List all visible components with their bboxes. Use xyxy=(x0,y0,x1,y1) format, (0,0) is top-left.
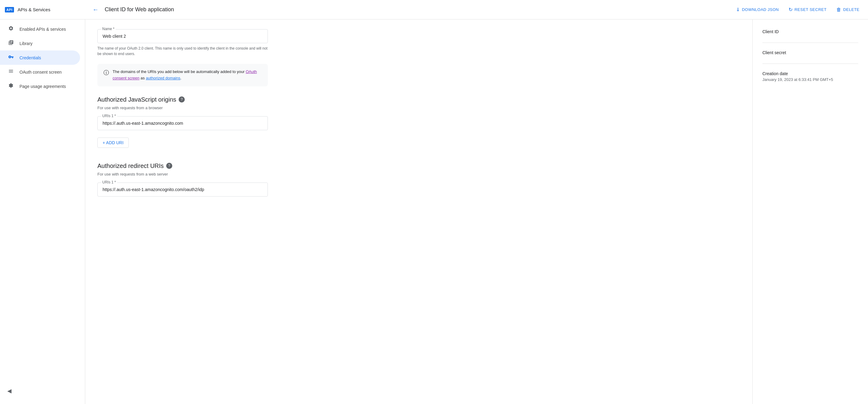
js-origins-title: Authorized JavaScript origins ? xyxy=(97,96,740,103)
client-id-label: Client ID xyxy=(763,29,858,34)
topbar-left: API APIs & Services xyxy=(5,7,90,12)
creation-date-value: January 19, 2023 at 6:33:41 PM GMT+5 xyxy=(763,77,858,82)
name-label: Name * xyxy=(101,27,116,31)
creation-date-row: Creation date January 19, 2023 at 6:33:4… xyxy=(763,71,858,89)
back-button[interactable]: ← xyxy=(90,4,101,15)
content-area: Name * The name of your OAuth 2.0 client… xyxy=(85,20,868,404)
main-content: Name * The name of your OAuth 2.0 client… xyxy=(85,20,752,404)
delete-label: DELETE xyxy=(843,7,860,12)
name-form-group: Name * The name of your OAuth 2.0 client… xyxy=(97,29,740,57)
redirect-uris-title: Authorized redirect URIs ? xyxy=(97,162,740,169)
page-usage-icon xyxy=(7,83,14,90)
download-json-button[interactable]: ⇓ DOWNLOAD JSON xyxy=(732,4,782,15)
sidebar: Enabled APIs & services Library Credenti… xyxy=(0,20,85,404)
creation-date-label: Creation date xyxy=(763,71,858,76)
client-id-row: Client ID xyxy=(763,29,858,43)
reset-secret-button[interactable]: ↻ RESET SECRET xyxy=(785,4,830,15)
delete-icon: 🗑 xyxy=(836,7,841,12)
info-text: The domains of the URIs you add below wi… xyxy=(113,69,262,82)
js-uri1-input[interactable] xyxy=(97,116,268,130)
sidebar-item-oauth-consent[interactable]: OAuth consent screen xyxy=(0,65,80,79)
sidebar-item-label: Credentials xyxy=(20,55,41,60)
download-icon: ⇓ xyxy=(736,7,740,12)
topbar: API APIs & Services ← Client ID for Web … xyxy=(0,0,868,20)
js-origins-help-icon[interactable]: ? xyxy=(179,96,185,102)
topbar-brand: APIs & Services xyxy=(18,7,51,12)
name-input[interactable] xyxy=(97,29,268,43)
redirect-uris-desc: For use with requests from a web server xyxy=(97,172,740,177)
redirect-uris-help-icon[interactable]: ? xyxy=(166,163,172,169)
api-logo-text: API xyxy=(5,7,14,12)
sidebar-item-label: Page usage agreements xyxy=(20,84,66,89)
credentials-icon xyxy=(7,54,14,61)
js-origins-section: Authorized JavaScript origins ? For use … xyxy=(97,96,740,148)
page-title: Client ID for Web application xyxy=(105,6,174,13)
client-secret-row: Client secret xyxy=(763,50,858,64)
enabled-apis-icon xyxy=(7,26,14,33)
api-logo: API xyxy=(5,7,14,12)
add-uri-label: + ADD URI xyxy=(102,140,124,145)
sidebar-item-library[interactable]: Library xyxy=(0,36,80,51)
info-text-part3: . xyxy=(181,76,182,80)
sidebar-item-enabled-apis[interactable]: Enabled APIs & services xyxy=(0,22,80,36)
redirect-uri1-wrap: URIs 1 * xyxy=(97,183,268,196)
delete-button[interactable]: 🗑 DELETE xyxy=(833,5,863,15)
collapse-sidebar-button[interactable]: ◀ xyxy=(0,384,19,398)
library-icon xyxy=(7,40,14,47)
info-text-part1: The domains of the URIs you add below wi… xyxy=(113,69,246,74)
info-box: ⓘ The domains of the URIs you add below … xyxy=(97,64,268,86)
sidebar-item-page-usage[interactable]: Page usage agreements xyxy=(0,79,80,93)
info-text-part2: as xyxy=(140,76,146,80)
right-panel: Client ID Client secret Creation date Ja… xyxy=(752,20,868,404)
js-origins-desc: For use with requests from a browser xyxy=(97,105,740,110)
main-layout: Enabled APIs & services Library Credenti… xyxy=(0,20,868,404)
redirect-uri1-label: URIs 1 * xyxy=(101,180,117,184)
redirect-uris-section: Authorized redirect URIs ? For use with … xyxy=(97,162,740,196)
name-input-wrap: Name * xyxy=(97,29,740,43)
name-hint: The name of your OAuth 2.0 client. This … xyxy=(97,45,268,57)
sidebar-item-label: Library xyxy=(20,41,33,46)
sidebar-item-label: Enabled APIs & services xyxy=(20,27,66,32)
oauth-icon xyxy=(7,68,14,75)
topbar-right: ← Client ID for Web application ⇓ DOWNLO… xyxy=(90,4,863,15)
reset-icon: ↻ xyxy=(788,7,793,12)
authorized-domains-link[interactable]: authorized domains xyxy=(146,76,180,80)
info-icon: ⓘ xyxy=(103,69,109,76)
download-json-label: DOWNLOAD JSON xyxy=(742,7,779,12)
js-uri1-label: URIs 1 * xyxy=(101,114,117,118)
js-uri1-wrap: URIs 1 * xyxy=(97,116,268,130)
redirect-uri1-input[interactable] xyxy=(97,183,268,196)
sidebar-item-credentials[interactable]: Credentials xyxy=(0,51,80,65)
sidebar-item-label: OAuth consent screen xyxy=(20,70,62,74)
add-uri-button[interactable]: + ADD URI xyxy=(97,137,129,148)
reset-secret-label: RESET SECRET xyxy=(794,7,826,12)
client-secret-label: Client secret xyxy=(763,50,858,55)
